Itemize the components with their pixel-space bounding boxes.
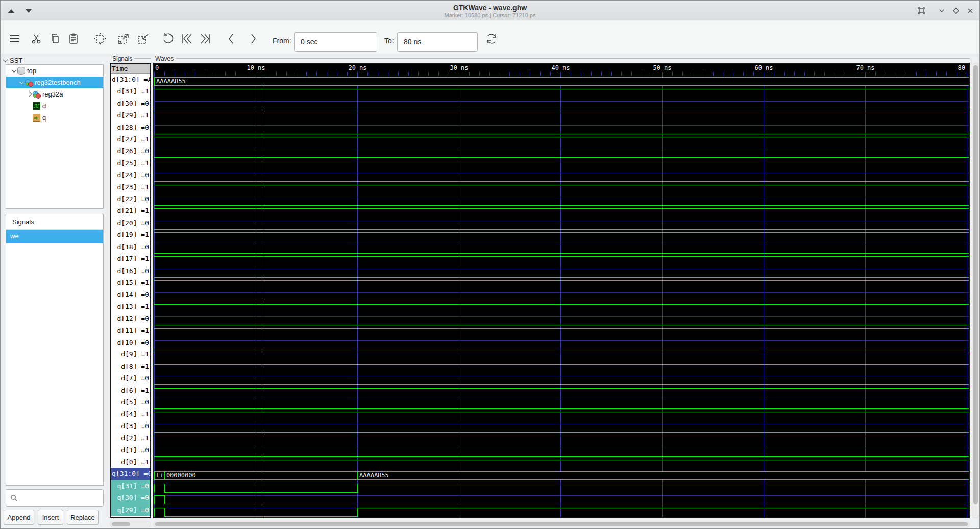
wave-bit-trace[interactable]	[154, 506, 969, 518]
next-edge-icon[interactable]	[244, 30, 262, 47]
wave-canvas[interactable]: 0 10ns20ns30ns40ns50ns60ns70ns80ns AAAAA…	[153, 63, 970, 518]
tree-item[interactable]: reg32testbench	[6, 77, 103, 88]
signal-search-input[interactable]	[6, 489, 104, 507]
tree-item[interactable]: d	[6, 100, 103, 112]
signal-name-row[interactable]: d[10] =0	[111, 336, 150, 348]
signal-name-row[interactable]: d[22] =0	[111, 193, 150, 205]
keep-above-icon[interactable]	[916, 5, 927, 16]
signal-name-row[interactable]: d[5] =0	[111, 396, 150, 408]
wave-bit-trace[interactable]	[154, 183, 969, 195]
wave-bit-trace[interactable]	[154, 315, 969, 326]
tree-expander-icon[interactable]	[19, 79, 24, 84]
wave-vertical-scrollbar[interactable]	[972, 63, 979, 518]
wave-bit-trace[interactable]	[154, 171, 969, 183]
wave-vertical-scrollbar-thumb[interactable]	[973, 65, 978, 504]
wave-bit-trace[interactable]	[154, 243, 969, 255]
wave-bit-trace[interactable]	[154, 494, 969, 506]
signal-name-row[interactable]: d[15] =1	[111, 277, 150, 288]
signal-name-row[interactable]: d[19] =1	[111, 229, 150, 241]
sst-tree[interactable]: top reg32testbench reg32a d q	[6, 64, 104, 209]
signal-name-row[interactable]: d[17] =1	[111, 253, 150, 264]
wave-bus-trace[interactable]: AAAAAB55	[154, 76, 969, 87]
tree-item[interactable]: reg32a	[6, 88, 103, 100]
wave-bit-trace[interactable]	[154, 135, 969, 147]
signal-name-row[interactable]: d[31:0] =A	[111, 74, 150, 85]
signal-name-row[interactable]: d[31] =1	[111, 85, 150, 97]
prev-edge-icon[interactable]	[223, 30, 240, 47]
signal-name-row[interactable]: d[2] =1	[111, 432, 150, 444]
zoom-fit-icon[interactable]	[91, 30, 109, 47]
wave-bit-trace[interactable]	[154, 195, 969, 207]
signal-name-row[interactable]: d[0] =1	[111, 456, 150, 468]
wave-bit-trace[interactable]	[154, 422, 969, 434]
tree-expander-icon[interactable]	[11, 67, 16, 73]
append-button[interactable]: Append	[4, 510, 34, 525]
signal-name-row[interactable]: d[4] =1	[111, 408, 150, 420]
signal-name-row[interactable]: d[29] =1	[111, 109, 150, 121]
paste-icon[interactable]	[65, 30, 82, 47]
wave-bit-trace[interactable]	[154, 219, 969, 231]
wave-bit-trace[interactable]	[154, 446, 969, 458]
signal-name-row[interactable]: d[21] =1	[111, 205, 150, 217]
primary-marker-line[interactable]	[262, 75, 262, 517]
minimize-icon[interactable]	[936, 5, 947, 16]
signal-name-row[interactable]: d[28] =0	[111, 122, 150, 133]
cut-icon[interactable]	[28, 30, 45, 47]
undo-icon[interactable]	[159, 30, 177, 47]
wave-horizontal-scrollbar[interactable]	[153, 521, 970, 527]
wave-bit-trace[interactable]	[154, 458, 969, 470]
signal-name-row[interactable]: d[27] =1	[111, 133, 150, 145]
wave-bit-trace[interactable]	[154, 147, 969, 159]
names-horizontal-scrollbar-thumb[interactable]	[112, 522, 130, 526]
signal-name-row[interactable]: d[25] =1	[111, 157, 150, 169]
signal-name-row[interactable]: d[13] =1	[111, 301, 150, 312]
wave-bit-trace[interactable]	[154, 267, 969, 279]
zoom-out-icon[interactable]	[135, 30, 152, 47]
signal-name-row[interactable]: d[20] =0	[111, 217, 150, 229]
menu-icon[interactable]	[6, 30, 23, 47]
wave-bit-trace[interactable]	[154, 124, 969, 135]
to-end-icon[interactable]	[197, 30, 214, 47]
names-horizontal-scrollbar[interactable]	[110, 521, 151, 527]
wave-bit-trace[interactable]	[154, 255, 969, 267]
copy-icon[interactable]	[46, 30, 64, 47]
tree-item[interactable]: top	[6, 65, 103, 77]
signal-name-row[interactable]: d[1] =0	[111, 444, 150, 456]
signal-name-row[interactable]: q[31] =0	[111, 480, 150, 492]
signal-name-row[interactable]: q[29] =0	[111, 504, 150, 516]
from-input[interactable]	[294, 32, 377, 52]
zoom-in-icon[interactable]	[115, 30, 132, 47]
wave-bit-trace[interactable]	[154, 159, 969, 171]
wave-bit-trace[interactable]	[154, 363, 969, 374]
signal-name-row[interactable]: d[3] =0	[111, 420, 150, 432]
signal-name-row[interactable]: q[31:0] =0	[111, 468, 150, 479]
wave-bit-trace[interactable]	[154, 291, 969, 302]
close-icon[interactable]	[965, 5, 976, 16]
reload-icon[interactable]	[483, 30, 500, 47]
wave-bit-trace[interactable]	[154, 410, 969, 422]
signal-name-row[interactable]: d[6] =1	[111, 384, 150, 396]
signal-name-row[interactable]: q[30] =0	[111, 492, 150, 503]
facility-list-item[interactable]: we	[6, 230, 103, 243]
signal-name-row[interactable]: d[30] =0	[111, 98, 150, 109]
maximize-icon[interactable]	[950, 5, 962, 16]
wave-bus-trace[interactable]: F+00000000AAAAAB55	[154, 470, 969, 482]
to-start-icon[interactable]	[178, 30, 195, 47]
wave-bit-trace[interactable]	[154, 327, 969, 339]
wave-bit-trace[interactable]	[154, 434, 969, 446]
wave-bit-trace[interactable]	[154, 207, 969, 219]
signal-name-row[interactable]: d[8] =1	[111, 360, 150, 372]
signal-name-row[interactable]: d[12] =0	[111, 312, 150, 324]
wave-bit-trace[interactable]	[154, 303, 969, 315]
wave-bit-trace[interactable]	[154, 111, 969, 123]
wave-bit-trace[interactable]	[154, 350, 969, 362]
wave-bit-trace[interactable]	[154, 231, 969, 243]
signal-name-row[interactable]: d[7] =0	[111, 372, 150, 384]
signal-name-row[interactable]: d[18] =0	[111, 241, 150, 253]
tree-item[interactable]: q	[6, 112, 103, 124]
signal-name-row[interactable]: d[26] =0	[111, 145, 150, 157]
wave-bit-trace[interactable]	[154, 482, 969, 494]
to-input[interactable]	[397, 32, 478, 52]
insert-button[interactable]: Insert	[38, 510, 63, 525]
signal-name-row[interactable]: d[24] =0	[111, 169, 150, 181]
